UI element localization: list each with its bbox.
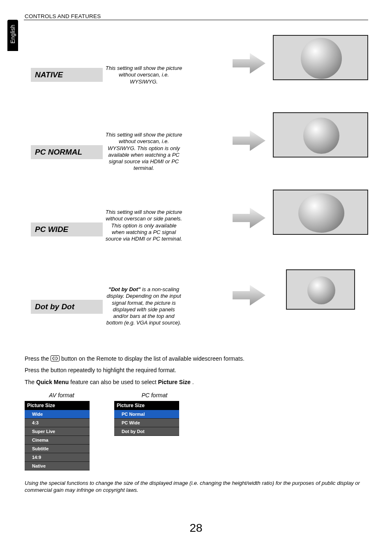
screen-preview xyxy=(273,190,368,235)
text: button on the Remote to display the list… xyxy=(61,355,244,362)
setting-label: NATIVE xyxy=(31,68,103,82)
menu-title: Picture Size xyxy=(25,401,90,410)
menu-columns: Picture Size Wide4:3Super LiveCinemaSubt… xyxy=(25,401,368,470)
setting-description: "Dot by Dot" is a non-scaling display. D… xyxy=(105,286,183,327)
text: Press the xyxy=(25,355,51,362)
arrow-icon xyxy=(233,130,265,152)
setting-diagram xyxy=(233,267,368,324)
setting-diagram xyxy=(233,190,368,247)
av-picture-size-menu: Picture Size Wide4:3Super LiveCinemaSubt… xyxy=(25,401,90,470)
section-header: CONTROLS AND FEATURES xyxy=(25,13,101,19)
instructions-block: Press the button on the Remote to displa… xyxy=(25,354,368,386)
sphere-image xyxy=(303,118,339,154)
text-bold: Picture Size xyxy=(158,379,191,385)
text: The xyxy=(25,379,36,385)
menu-item[interactable]: PC Wide xyxy=(114,419,179,427)
menu-item[interactable]: Subtitle xyxy=(25,445,90,453)
arrow-icon xyxy=(233,52,265,74)
menu-item[interactable]: PC Normal xyxy=(114,410,179,419)
setting-row: PC WIDEThis setting will show the pictur… xyxy=(25,200,368,253)
av-format-heading: AV format xyxy=(25,392,99,398)
menu-item[interactable]: Super Live xyxy=(25,427,90,436)
menu-item[interactable]: Dot by Dot xyxy=(114,427,179,436)
widescreen-button-icon xyxy=(51,355,60,361)
setting-row: Dot by Dot"Dot by Dot" is a non-scaling … xyxy=(25,277,368,330)
format-column-headers: AV format PC format xyxy=(25,392,368,398)
pc-format-heading: PC format xyxy=(118,392,191,398)
setting-description: This setting will show the picture witho… xyxy=(105,65,183,85)
header-divider xyxy=(24,20,368,20)
menu-item[interactable]: 14:9 xyxy=(25,453,90,462)
copyright-note: Using the special functions to change th… xyxy=(25,480,368,494)
screen-preview xyxy=(273,112,368,158)
text-bold: Quick Menu xyxy=(36,379,69,385)
pc-picture-size-menu: Picture Size PC NormalPC WideDot by Dot xyxy=(114,401,179,470)
page-content: NATIVEThis setting will show the picture… xyxy=(25,45,368,494)
menu-item[interactable]: Wide xyxy=(25,410,90,419)
page-number: 28 xyxy=(0,521,392,535)
screen-preview xyxy=(273,35,368,80)
setting-description: This setting will show the picture witho… xyxy=(105,132,183,172)
sphere-image xyxy=(301,38,342,79)
setting-row: PC NORMALThis setting will show the pict… xyxy=(25,123,368,175)
menu-item[interactable]: Cinema xyxy=(25,436,90,445)
menu-item[interactable]: 4:3 xyxy=(25,419,90,427)
sphere-image xyxy=(307,276,335,304)
setting-label: Dot by Dot xyxy=(31,300,103,314)
text: This setting will show the picture witho… xyxy=(106,132,182,171)
text: This setting will show the picture witho… xyxy=(106,209,182,242)
setting-diagram xyxy=(233,35,368,93)
setting-description: This setting will show the picture witho… xyxy=(105,209,183,242)
setting-label: PC NORMAL xyxy=(31,145,103,159)
arrow-icon xyxy=(233,207,265,229)
text: . xyxy=(192,379,194,385)
menu-title: Picture Size xyxy=(114,401,179,410)
language-tab: English xyxy=(7,20,18,51)
instruction-line-1: Press the button on the Remote to displa… xyxy=(25,354,368,363)
screen-preview xyxy=(286,269,355,310)
setting-diagram xyxy=(233,112,368,170)
setting-label: PC WIDE xyxy=(31,222,103,236)
text: feature can also be used to select xyxy=(70,379,158,385)
setting-row: NATIVEThis setting will show the picture… xyxy=(25,45,368,98)
menu-item[interactable]: Native xyxy=(25,462,90,470)
text-bold: "Dot by Dot" xyxy=(108,286,141,292)
sphere-image xyxy=(298,193,344,233)
text: This setting will show the picture witho… xyxy=(106,65,182,85)
instruction-line-2: Press the button repeatedly to highlight… xyxy=(25,366,368,374)
arrow-icon xyxy=(233,284,265,306)
instruction-line-3: The Quick Menu feature can also be used … xyxy=(25,378,368,386)
